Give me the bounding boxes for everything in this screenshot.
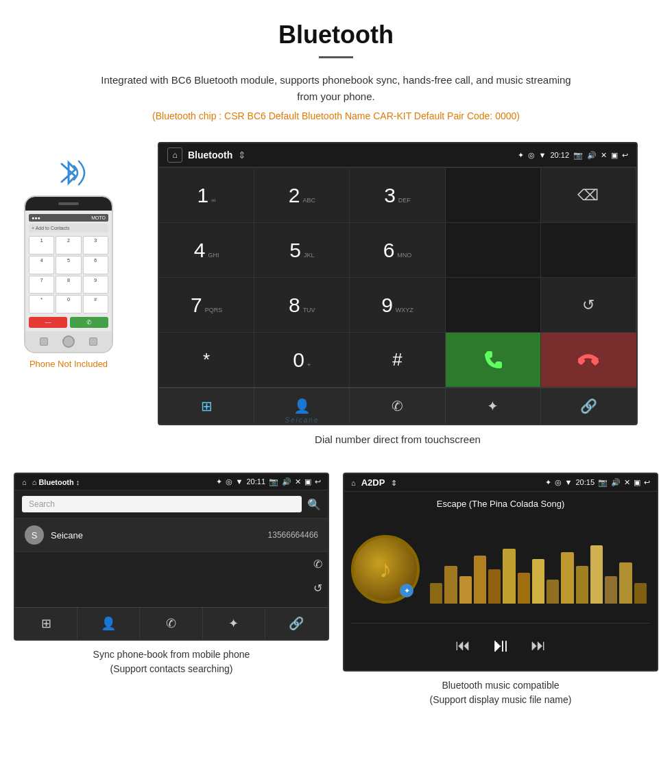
- phone-mockup: ●●● MOTO + Add to Contacts 1 2 3 4 5 6 7…: [24, 195, 113, 353]
- pb-nav-bluetooth[interactable]: ✦: [203, 608, 265, 639]
- music-prev-btn[interactable]: ⏮: [455, 637, 470, 654]
- pb-statusbar: ⌂ ⌂ Bluetooth ↕ ✦ ◎ ▼ 20:11 📷 🔊 ✕ ▣ ↩: [15, 474, 328, 490]
- dial-key-hash[interactable]: #: [350, 333, 445, 388]
- phone-not-included-label: Phone Not Included: [29, 359, 108, 369]
- phonebook-frame: ⌂ ⌂ Bluetooth ↕ ✦ ◎ ▼ 20:11 📷 🔊 ✕ ▣ ↩: [14, 473, 329, 641]
- dial-cell-empty-4: [446, 278, 541, 333]
- dial-key-star[interactable]: *: [159, 333, 254, 388]
- seicane-watermark: Seicane: [285, 416, 319, 424]
- pb-side-actions: ✆ ↺: [308, 552, 328, 600]
- phone-key-8: 8: [56, 276, 81, 294]
- phone-sidebar: ●●● MOTO + Add to Contacts 1 2 3 4 5 6 7…: [14, 142, 123, 369]
- end-call-icon: [578, 350, 599, 370]
- eq-bar: [576, 566, 588, 604]
- pb-bottom-nav: ⊞ 👤 ✆ ✦ 🔗: [15, 607, 328, 639]
- dial-cell-empty-2: [446, 223, 541, 278]
- music-body: Escape (The Pina Colada Song) ♪ ✦ ⏮ ⏯ ⏭: [344, 492, 657, 670]
- music-play-btn[interactable]: ⏯: [491, 634, 510, 656]
- music-loc-icon: ◎: [555, 478, 562, 487]
- music-block: ⌂ A2DP ⇕ ✦ ◎ ▼ 20:15 📷 🔊 ✕ ▣ ↩: [343, 473, 658, 707]
- dial-screen: ⌂ Bluetooth ⇕ ✦ ◎ ▼ 20:12 📷 🔊 ✕ ▣ ↩: [158, 142, 638, 425]
- pb-search-row: Search 🔍: [15, 490, 328, 519]
- phone-back-btn: [40, 337, 48, 346]
- pb-nav-phone[interactable]: ✆: [140, 608, 202, 639]
- music-statusbar-right: ✦ ◎ ▼ 20:15 📷 🔊 ✕ ▣ ↩: [545, 478, 650, 487]
- music-win-icon: ▣: [634, 478, 640, 487]
- pb-nav-link[interactable]: 🔗: [265, 608, 328, 639]
- pb-contact-number: 13566664466: [268, 530, 318, 540]
- phone-speaker: [58, 202, 79, 205]
- phone-key-4: 4: [29, 256, 54, 274]
- phone-key-hash: #: [83, 295, 108, 313]
- pb-nav-contacts[interactable]: 👤: [77, 608, 140, 639]
- home-icon[interactable]: ⌂: [167, 147, 182, 163]
- dial-key-9[interactable]: 9 WXYZ: [350, 278, 445, 333]
- pb-contact-row[interactable]: S Seicane 13566664466: [15, 519, 328, 552]
- phone-key-2: 2: [56, 236, 81, 254]
- dial-call-btn[interactable]: [446, 333, 541, 388]
- music-equalizer: [427, 535, 650, 604]
- pb-title: ⌂ Bluetooth ↕: [32, 478, 80, 486]
- pb-nav-dialpad[interactable]: ⊞: [15, 608, 77, 639]
- music-cam-icon: 📷: [598, 478, 608, 487]
- nav-phone[interactable]: ✆: [350, 388, 445, 424]
- phonebook-caption-line2: (Support contacts searching): [110, 663, 233, 674]
- music-next-btn[interactable]: ⏭: [531, 637, 546, 654]
- dial-key-0[interactable]: 0 +: [254, 333, 350, 388]
- music-content-area: ♪ ✦: [351, 516, 650, 623]
- eq-bar: [547, 580, 559, 604]
- pb-back-icon: ↩: [315, 477, 321, 486]
- statusbar-right: ✦ ◎ ▼ 20:12 📷 🔊 ✕ ▣ ↩: [518, 151, 628, 160]
- nav-dialpad[interactable]: ⊞: [159, 388, 254, 424]
- music-bluetooth-badge: ✦: [400, 584, 413, 597]
- music-frame: ⌂ A2DP ⇕ ✦ ◎ ▼ 20:15 📷 🔊 ✕ ▣ ↩: [343, 473, 658, 672]
- pb-call-side-icon[interactable]: ✆: [313, 558, 322, 571]
- eq-bar: [444, 566, 457, 604]
- pb-search-btn[interactable]: 🔍: [307, 498, 321, 511]
- pb-statusbar-right: ✦ ◎ ▼ 20:11 📷 🔊 ✕ ▣ ↩: [216, 477, 321, 486]
- pb-loc-icon: ◎: [226, 477, 232, 486]
- dial-key-3[interactable]: 3 DEF: [350, 168, 445, 223]
- statusbar-left: ⌂ Bluetooth ⇕: [167, 147, 246, 163]
- music-usb-icon: ⇕: [391, 479, 397, 487]
- phonebook-caption-line1: Sync phone-book from mobile phone: [93, 649, 250, 660]
- dial-key-8[interactable]: 8 TUV: [254, 278, 350, 333]
- dial-end-btn[interactable]: [541, 333, 636, 388]
- dial-key-1[interactable]: 1 ∞: [159, 168, 254, 223]
- pb-empty-space: [15, 552, 328, 607]
- nav-bluetooth[interactable]: ✦: [446, 388, 541, 424]
- phone-screen-header: ●●● MOTO: [29, 214, 108, 222]
- wifi-waves-icon: [71, 156, 91, 190]
- back-icon: ↩: [622, 151, 628, 160]
- dial-caption: Dial number direct from touchscreen: [315, 433, 481, 445]
- eq-bar: [619, 562, 632, 604]
- nav-contacts[interactable]: 👤 Seicane: [254, 388, 350, 424]
- pb-search-input[interactable]: Search: [22, 496, 302, 512]
- eq-bar: [532, 559, 544, 604]
- page-specs: (Bluetooth chip : CSR BC6 Default Blueto…: [14, 110, 658, 121]
- music-bt-icon: ✦: [545, 478, 551, 487]
- dial-key-2[interactable]: 2 ABC: [254, 168, 350, 223]
- dial-screen-container: ⌂ Bluetooth ⇕ ✦ ◎ ▼ 20:12 📷 🔊 ✕ ▣ ↩: [137, 142, 658, 445]
- dial-refresh-btn[interactable]: ↺: [541, 278, 636, 333]
- dial-key-7[interactable]: 7 PQRS: [159, 278, 254, 333]
- eq-bar: [474, 556, 486, 604]
- dial-backspace-btn[interactable]: ⌫: [541, 168, 636, 223]
- dial-cell-empty-1: [446, 168, 541, 223]
- usb-icon: ⇕: [238, 150, 246, 161]
- eq-bar: [605, 576, 617, 604]
- dial-cell-empty-3: [541, 223, 636, 278]
- pb-refresh-side-icon[interactable]: ↺: [313, 582, 322, 595]
- phone-screen: ●●● MOTO + Add to Contacts 1 2 3 4 5 6 7…: [25, 211, 112, 331]
- phonebook-block: ⌂ ⌂ Bluetooth ↕ ✦ ◎ ▼ 20:11 📷 🔊 ✕ ▣ ↩: [14, 473, 329, 707]
- dial-key-4[interactable]: 4 GHI: [159, 223, 254, 278]
- dial-key-6[interactable]: 6 MNO: [350, 223, 445, 278]
- nav-link[interactable]: 🔗: [541, 388, 636, 424]
- phone-key-star: *: [29, 295, 54, 313]
- phone-keypad: 1 2 3 4 5 6 7 8 9 * 0 #: [29, 236, 108, 313]
- eq-bar: [488, 569, 501, 604]
- dial-time: 20:12: [550, 151, 569, 159]
- dial-key-5[interactable]: 5 JKL: [254, 223, 350, 278]
- close-icon: ✕: [601, 151, 607, 160]
- music-sig-icon: ▼: [565, 478, 573, 487]
